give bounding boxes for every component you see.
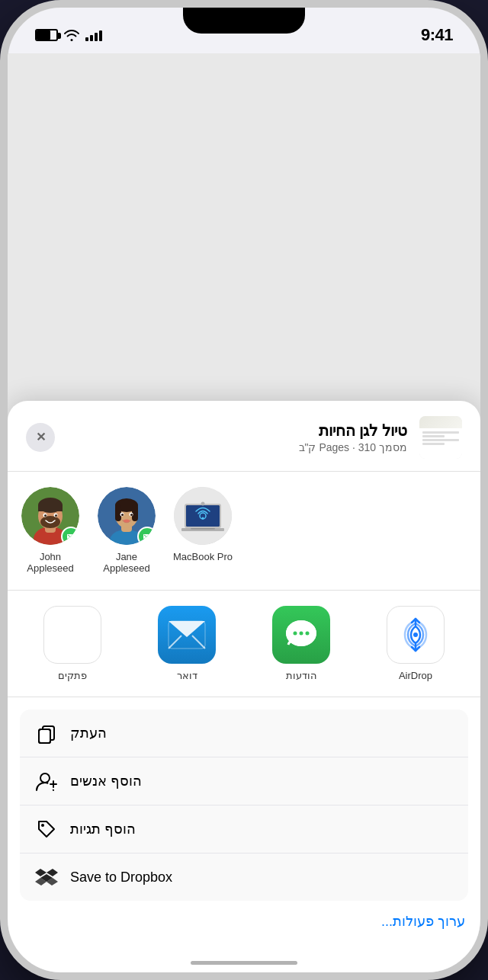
sheet-title: טיול לגן החיות [55,421,407,440]
app-notes[interactable]: פתקים [20,606,125,681]
messages-app-icon [272,606,330,664]
app-messages[interactable]: הודעות [249,606,354,681]
edit-actions: ערוך פעולות... [8,901,480,942]
volume-down-button[interactable] [0,229,6,282]
svg-point-49 [40,773,50,783]
person-name-jane: JaneAppleseed [103,551,149,575]
screen: 9:41 ✕ טיול לגן החיות מסמך Pages · 310 ק… [8,8,480,972]
svg-point-42 [306,632,310,636]
svg-rect-5 [38,505,63,511]
person-john[interactable]: JohnAppleseed [20,487,81,575]
svg-point-30 [202,517,204,519]
dropbox-icon [35,866,58,889]
svg-rect-47 [39,729,50,743]
notch [183,8,305,34]
edit-actions-link[interactable]: ערוך פעולות... [381,914,465,929]
message-badge-jane [137,527,156,545]
airdrop-app-icon [387,606,445,664]
app-name-mail: דואר [177,670,197,681]
people-row: JohnAppleseed [8,472,480,591]
app-name-notes: פתקים [58,670,87,681]
power-button[interactable] [482,175,488,259]
svg-rect-17 [115,504,121,521]
app-airdrop[interactable]: AirDrop [363,606,468,681]
app-mail[interactable]: דואר [134,606,239,681]
person-name-john: JohnAppleseed [27,551,73,575]
action-add-people[interactable]: הוסף אנשים [20,757,468,805]
add-people-icon [35,770,58,793]
mute-button[interactable] [0,114,6,152]
person-macbook[interactable]: MacBook Pro [172,487,233,575]
svg-marker-35 [169,621,205,637]
thumbnail-line-short [422,443,445,445]
volume-up-button[interactable] [0,160,6,213]
sheet-header: ✕ טיול לגן החיות מסמך Pages · 310 ק"ב [8,401,480,472]
copy-icon [35,722,58,745]
home-indicator[interactable] [191,961,297,965]
battery-icon [35,29,58,41]
mail-app-icon [158,606,216,664]
action-add-tags-label: הוסף תגיות [70,821,136,837]
action-add-tags[interactable]: הוסף תגיות [20,805,468,853]
thumbnail-header [419,416,462,428]
person-name-macbook: MacBook Pro [173,551,233,563]
action-copy-label: העתק [70,725,107,741]
action-dropbox[interactable]: Save to Dropbox [20,853,468,901]
tag-icon [35,818,58,841]
svg-point-41 [300,632,303,636]
avatar-john [21,487,79,545]
close-button[interactable]: ✕ [26,423,55,452]
status-time: 9:41 [421,25,453,45]
svg-rect-18 [132,504,138,521]
phone-frame: 9:41 ✕ טיול לגן החיות מסמך Pages · 310 ק… [0,0,488,980]
svg-point-31 [201,501,205,505]
thumbnail-line-short [422,435,445,437]
thumbnail-body [419,428,462,459]
svg-point-53 [41,824,44,827]
svg-rect-33 [191,528,215,530]
sheet-header-info: טיול לגן החיות מסמך Pages · 310 ק"ב [55,421,407,453]
background-content: ✕ טיול לגן החיות מסמך Pages · 310 ק"ב [8,53,480,972]
status-left [35,29,102,41]
share-sheet: ✕ טיול לגן החיות מסמך Pages · 310 ק"ב [8,401,480,972]
sheet-thumbnail [419,416,462,459]
sheet-subtitle: מסמך Pages · 310 ק"ב [55,441,407,453]
svg-point-40 [294,632,297,636]
svg-point-43 [413,633,418,637]
action-copy[interactable]: העתק [20,709,468,757]
avatar-jane [98,487,156,545]
avatar-macbook [174,487,232,545]
wifi-icon [64,29,79,41]
svg-point-22 [130,514,133,516]
person-jane[interactable]: JaneAppleseed [96,487,157,575]
svg-point-10 [55,514,57,517]
svg-line-37 [192,636,205,649]
actions-section: העתק הוסף אנשים [20,709,468,901]
svg-line-36 [169,636,181,649]
message-badge-john [61,527,79,545]
svg-point-9 [44,514,47,517]
thumbnail-line [422,431,459,434]
action-add-people-label: הוסף אנשים [70,773,142,789]
app-name-messages: הודעות [286,670,317,681]
thumbnail-line [422,439,459,441]
notes-app-icon [43,606,101,664]
apps-row: פתקים דואר [8,591,480,697]
action-dropbox-label: Save to Dropbox [70,870,172,886]
svg-point-6 [40,516,60,528]
signal-bars [85,29,102,41]
app-name-airdrop: AirDrop [399,670,432,681]
svg-point-21 [121,514,124,516]
svg-point-23 [124,519,130,522]
notes-icon-body [66,622,79,663]
bottom-spacer [8,942,480,972]
